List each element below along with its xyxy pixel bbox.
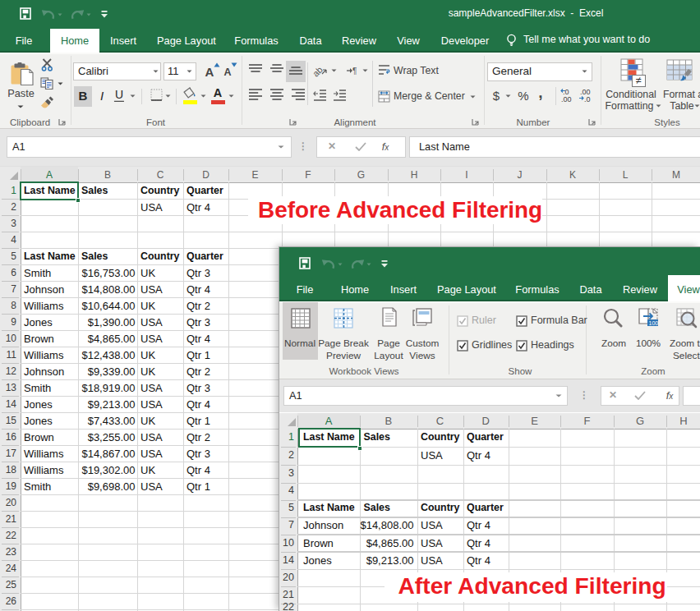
svg-text:100: 100 <box>649 320 659 326</box>
svg-text:.00: .00 <box>561 95 572 103</box>
svg-text:¶: ¶ <box>352 67 357 76</box>
svg-text:.0: .0 <box>584 95 591 103</box>
svg-text:ab: ab <box>311 65 325 78</box>
